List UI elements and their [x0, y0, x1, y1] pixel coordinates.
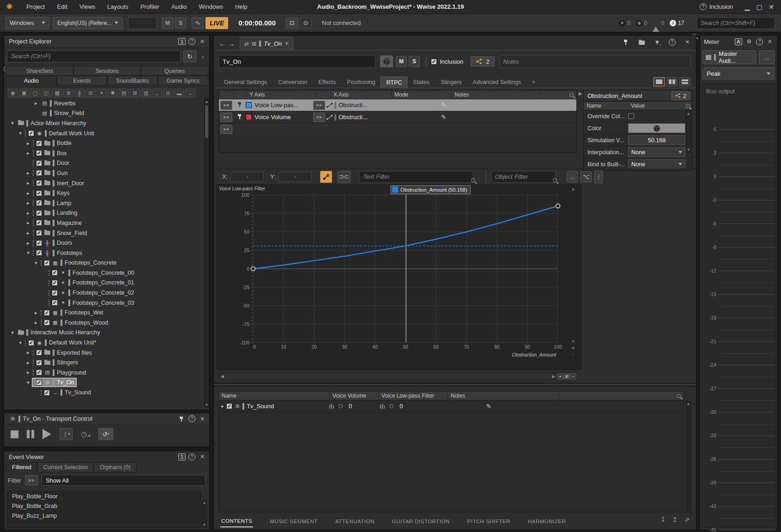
- expander-icon[interactable]: ▸: [32, 100, 40, 106]
- tree-checkbox[interactable]: ✓: [28, 340, 34, 346]
- tab-filtered[interactable]: Filtered: [6, 462, 37, 472]
- filter-input[interactable]: [42, 475, 206, 486]
- tree-checkbox[interactable]: ✓: [36, 360, 42, 366]
- drag-handle-icon[interactable]: [41, 320, 42, 326]
- expander-icon[interactable]: ▸: [24, 150, 32, 156]
- document-tab[interactable]: ⇄ ⊞ Tv_On ✕: [240, 37, 293, 50]
- curve-color-swatch[interactable]: [246, 114, 252, 120]
- expander-icon[interactable]: ▸: [24, 350, 32, 356]
- nav-back-button[interactable]: ←: [218, 40, 226, 48]
- expander-icon[interactable]: ▾: [17, 130, 24, 136]
- inclusion-checkbox[interactable]: ✓: [431, 59, 437, 65]
- scroll-down-icon[interactable]: ▼: [202, 522, 206, 527]
- tree-checkbox[interactable]: ✓: [36, 150, 42, 156]
- expander-icon[interactable]: ▸: [24, 200, 32, 206]
- tree-scrollbar[interactable]: ▲ ▼: [204, 98, 209, 408]
- expander-icon[interactable]: ▸: [219, 403, 226, 409]
- expander-icon[interactable]: ▸: [24, 170, 32, 176]
- drag-handle-icon[interactable]: [33, 140, 35, 146]
- column-header[interactable]: Mode: [392, 91, 452, 99]
- curve-point-end[interactable]: [556, 204, 560, 208]
- curve-point-start[interactable]: [251, 267, 255, 271]
- explorer-search-input[interactable]: [7, 50, 181, 62]
- tab-queries[interactable]: Queries: [141, 66, 208, 76]
- tree-item-footsteps-concrete[interactable]: ▾✓▦Footsteps_Concrete: [6, 258, 204, 268]
- tab-effects[interactable]: Effects: [313, 77, 341, 88]
- tree-item-tv-on[interactable]: ▾✓⊞Tv_On: [6, 378, 204, 388]
- close-icon[interactable]: ✕: [766, 38, 774, 45]
- drag-handle-icon[interactable]: [33, 190, 35, 196]
- expander-icon[interactable]: ▾: [9, 330, 16, 336]
- menu-help[interactable]: Help: [229, 0, 254, 14]
- scroll-up-icon[interactable]: ▲: [686, 111, 690, 116]
- help-icon[interactable]: ?: [700, 3, 707, 10]
- graph-menu-button[interactable]: ⋮: [594, 170, 603, 183]
- tab-pitch-shifter[interactable]: PITCH SHIFTER: [466, 516, 511, 527]
- tab-advanced-settings[interactable]: Advanced Settings: [467, 77, 527, 88]
- info-count-icon[interactable]: i: [670, 20, 676, 26]
- tree-checkbox[interactable]: ✓: [44, 310, 50, 316]
- tree-checkbox[interactable]: ✓: [36, 369, 42, 375]
- collapse-all-icon[interactable]: ↧: [660, 516, 666, 523]
- expander-icon[interactable]: ▸: [24, 210, 32, 216]
- scroll-down-icon[interactable]: ▼: [570, 339, 576, 344]
- expand-row-button[interactable]: >>: [313, 113, 325, 122]
- close-tab-icon[interactable]: ✕: [285, 41, 289, 47]
- tab-sharesets[interactable]: ShareSets: [6, 66, 73, 76]
- scroll-down-icon[interactable]: ▼: [205, 402, 209, 407]
- music-segment-icon[interactable]: ▤: [119, 89, 129, 97]
- scroll-left-icon[interactable]: ◀: [219, 374, 226, 379]
- tree-item-lamp[interactable]: ▸✓Lamp: [6, 198, 204, 208]
- expander-icon[interactable]: ▾: [17, 340, 24, 346]
- tree-item-default-work-unit[interactable]: ▾✓◉Default Work Unit*: [6, 338, 204, 348]
- expander-icon[interactable]: ▾: [32, 260, 40, 266]
- object-color-button[interactable]: [380, 55, 393, 67]
- scroll-up-icon[interactable]: ▲: [205, 99, 209, 104]
- drag-handle-icon[interactable]: [33, 210, 35, 216]
- tree-item-landing[interactable]: ▸✓Landing: [6, 208, 204, 218]
- tree-checkbox[interactable]: ✓: [36, 160, 42, 166]
- rtpc-curve-graph[interactable]: 1007550250-25-50-75-10001020304050607080…: [217, 185, 581, 369]
- stop-button[interactable]: [11, 430, 18, 438]
- drag-handle-icon[interactable]: [41, 390, 42, 396]
- close-button[interactable]: ✕: [765, 3, 777, 11]
- rtpc-row-new[interactable]: >>: [219, 123, 576, 135]
- pin-icon[interactable]: [622, 38, 630, 46]
- column-header[interactable]: X Axis: [331, 91, 392, 99]
- minimize-button[interactable]: ▁: [741, 3, 753, 11]
- drag-handle-icon[interactable]: [33, 360, 35, 366]
- more-options-button[interactable]: ...: [567, 171, 578, 182]
- property-row-color[interactable]: Color: [584, 122, 692, 134]
- x-coordinate-field[interactable]: -: [230, 172, 264, 182]
- event-icon[interactable]: ◎: [163, 89, 173, 97]
- tree-checkbox[interactable]: ✓: [52, 290, 58, 296]
- tree-checkbox[interactable]: ✓: [36, 240, 42, 246]
- expander-icon[interactable]: ▸: [24, 220, 32, 226]
- actor-mixer-icon[interactable]: ◫: [41, 89, 51, 97]
- rtpc-row[interactable]: >> Voice Volume >> Obstructi... ✎: [219, 111, 576, 123]
- properties-scrollbar[interactable]: ▲ ▼: [686, 110, 691, 153]
- meter-mode-selector[interactable]: Peak: [702, 67, 775, 79]
- edit-notes-icon[interactable]: ✎: [486, 403, 491, 410]
- refresh-button[interactable]: ↻: [183, 50, 196, 62]
- zoom-out-icon[interactable]: −: [570, 373, 576, 380]
- layout-split-horizontal-button[interactable]: [679, 77, 690, 86]
- expander-icon[interactable]: ▸: [24, 230, 32, 236]
- expander-icon[interactable]: ▾: [24, 250, 32, 256]
- tab-conversion[interactable]: Conversion: [272, 77, 313, 88]
- scroll-up-icon[interactable]: ▲: [202, 500, 206, 505]
- property-row-override-col[interactable]: Override Col...: [584, 110, 692, 122]
- object-filter-input[interactable]: [491, 171, 556, 183]
- tab-music-segment[interactable]: MUSIC SEGMENT: [269, 516, 319, 527]
- help-icon[interactable]: ?: [188, 415, 195, 422]
- nav-forward-button[interactable]: →: [228, 40, 235, 48]
- drag-handle-icon[interactable]: [33, 150, 35, 156]
- music-playlist-icon[interactable]: ⊞: [130, 89, 140, 97]
- tree-item-gun[interactable]: ▸✓Gun: [6, 168, 204, 178]
- rtpc-row[interactable]: >> Voice Low-pas... >> Obstructi... ✎: [219, 99, 576, 111]
- column-header[interactable]: Name: [219, 392, 330, 400]
- tree-item-footsteps-wet[interactable]: ▸✓▦Footsteps_Wet: [6, 308, 204, 318]
- expand-row-button[interactable]: >>: [313, 101, 325, 110]
- play-button[interactable]: [42, 429, 51, 439]
- zoom-fit-vertical-icon[interactable]: ⊞: [570, 345, 576, 351]
